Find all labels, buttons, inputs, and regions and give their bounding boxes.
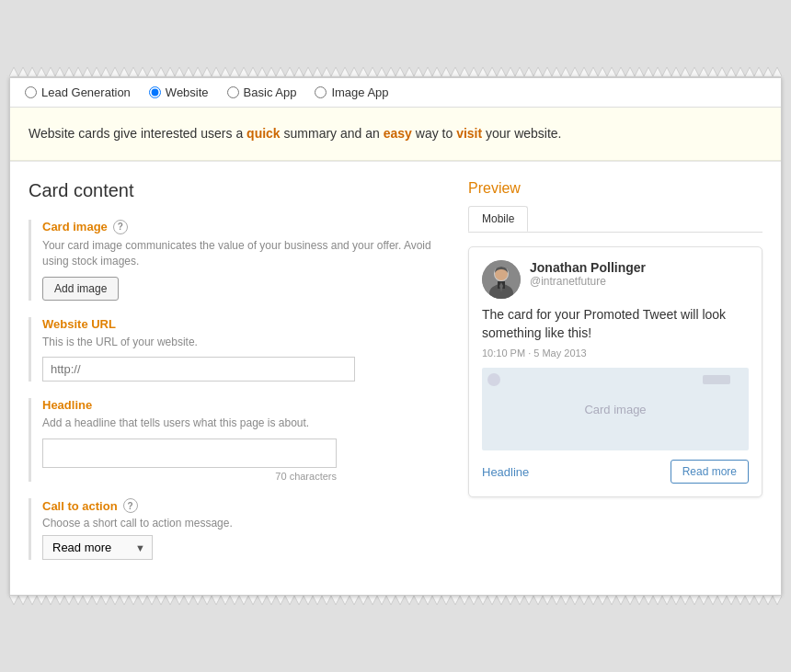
tab-basic-app-label: Basic App [244, 85, 297, 99]
headline-field-group: Headline Add a headline that tells users… [29, 398, 441, 482]
headline-input[interactable] [42, 439, 337, 468]
tab-lead-generation-label: Lead Generation [41, 85, 131, 99]
add-image-button[interactable]: Add image [42, 277, 119, 301]
tweet-author-name: Jonathan Pollinger [530, 260, 646, 275]
website-url-hint: This is the URL of your website. [42, 335, 441, 350]
tab-row: Lead Generation Website Basic App Image … [10, 77, 781, 108]
description-text-3: way to [412, 126, 456, 141]
left-column: Card content Card image ? Your card imag… [29, 180, 441, 576]
cta-select[interactable]: Read more Learn more Shop now Buy now Vi… [42, 535, 153, 560]
tweet-text: The card for your Promoted Tweet will lo… [482, 306, 749, 342]
description-bar: Website cards give interested users a qu… [10, 108, 781, 161]
cta-field-group: Call to action ? Choose a short call to … [29, 498, 441, 560]
tab-website[interactable]: Website [149, 85, 209, 99]
section-title: Card content [29, 180, 441, 201]
description-highlight-easy: easy [384, 126, 412, 141]
preview-tab-mobile[interactable]: Mobile [468, 206, 528, 232]
char-count: 70 characters [42, 471, 337, 482]
cta-select-wrapper: Read more Learn more Shop now Buy now Vi… [42, 535, 153, 560]
cta-help-icon[interactable]: ? [123, 498, 138, 513]
card-image-field-group: Card image ? Your card image communicate… [29, 220, 441, 301]
website-url-field-group: Website URL This is the URL of your webs… [29, 317, 441, 382]
avatar-image [482, 260, 521, 299]
avatar [482, 260, 521, 299]
card-image-preview: Card image [482, 368, 749, 450]
card-image-help-icon[interactable]: ? [113, 220, 128, 234]
headline-label: Headline [42, 398, 92, 412]
card-footer: Headline Read more [482, 460, 749, 484]
card-image-hint: Your card image communicates the value o… [42, 238, 441, 269]
cta-label-row: Call to action ? [42, 498, 441, 513]
website-url-label: Website URL [42, 317, 116, 331]
preview-title: Preview [468, 180, 762, 197]
preview-panel: Preview Mobile [468, 180, 762, 576]
tab-basic-app-radio[interactable] [227, 86, 239, 98]
cta-hint: Choose a short call to action message. [42, 517, 441, 530]
jagged-top-border [9, 65, 782, 76]
headline-hint: Add a headline that tells users what thi… [42, 416, 441, 431]
card-image-preview-label: Card image [584, 403, 646, 416]
tab-image-app-label: Image App [331, 85, 388, 99]
description-text-2: summary and an [281, 126, 384, 141]
website-url-input[interactable] [42, 357, 355, 382]
card-headline-preview: Headline [482, 465, 529, 479]
tab-basic-app[interactable]: Basic App [227, 85, 297, 99]
tweet-handle: @intranetfuture [530, 275, 646, 288]
tab-image-app-radio[interactable] [315, 86, 327, 98]
tweet-time: 10:10 PM · 5 May 2013 [482, 347, 749, 359]
description-highlight-visit: visit [456, 126, 482, 141]
tab-lead-generation[interactable]: Lead Generation [25, 85, 131, 99]
headline-label-row: Headline [42, 398, 441, 412]
tweet-header: Jonathan Pollinger @intranetfuture [482, 260, 749, 299]
tab-website-label: Website [166, 85, 209, 99]
description-text-4: your website. [482, 126, 561, 141]
cta-label: Call to action [42, 499, 118, 513]
tab-lead-generation-radio[interactable] [25, 86, 37, 98]
card-image-label: Card image [42, 220, 108, 233]
tab-website-radio[interactable] [149, 86, 161, 98]
card-image-label-row: Card image ? [42, 220, 441, 234]
jagged-bottom-border [9, 596, 782, 607]
tweet-author-info: Jonathan Pollinger @intranetfuture [530, 260, 646, 288]
description-highlight-quick: quick [246, 126, 281, 141]
preview-tab-row: Mobile [468, 206, 762, 233]
tweet-card: Jonathan Pollinger @intranetfuture The c… [468, 246, 762, 497]
description-text-1: Website cards give interested users a [29, 126, 246, 141]
tab-image-app[interactable]: Image App [315, 85, 388, 99]
read-more-button[interactable]: Read more [671, 460, 749, 484]
main-content: Card content Card image ? Your card imag… [10, 162, 781, 595]
website-url-label-row: Website URL [42, 317, 441, 331]
